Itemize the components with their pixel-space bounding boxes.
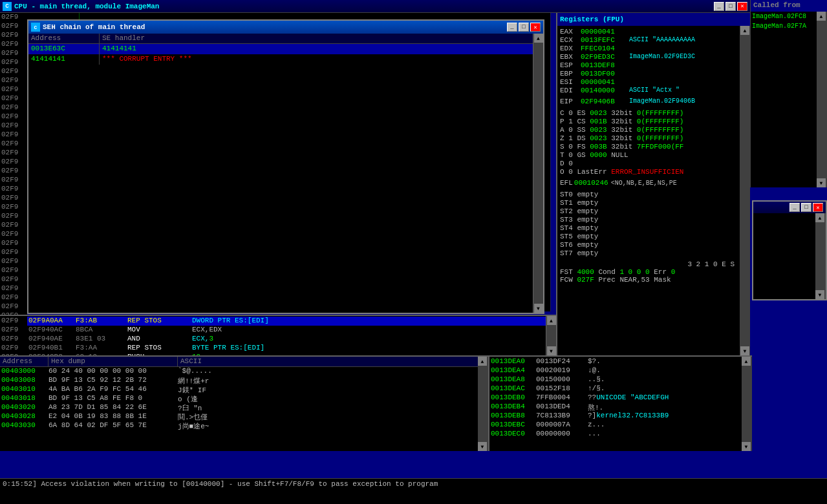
addr-line: 02F9 (0, 149, 27, 158)
reg-scroll-down[interactable]: ▼ (740, 346, 749, 355)
stack-scrollbar[interactable]: ▲ ▼ (742, 357, 752, 451)
registers-scrollbar[interactable]: ▲ ▼ (740, 26, 750, 355)
small-minimize-btn[interactable]: _ (789, 203, 800, 212)
seh-row-1[interactable]: 0013E63C 41414141 (28, 44, 533, 54)
hex-row-5: 00403020 A8 23 7D D1 85 84 22 6E ?臼 "n (0, 403, 488, 412)
disasm-scrollbar[interactable]: ▲ ▼ (546, 316, 556, 355)
registers-panel: Registers (FPU) EAX 00000041 ECX 0013FEF… (556, 13, 750, 355)
reg-scroll-up[interactable]: ▲ (740, 26, 749, 35)
minimize-button[interactable]: _ (714, 2, 724, 11)
disasm-addr-3: 02F940AE (27, 335, 76, 344)
addr-line: 02F9 (0, 131, 27, 140)
addr-line: 02F9 (0, 167, 27, 176)
disassembly-area: 02F9 02F9 02F9 02F9 02F9 02F9A0AA F3:AB … (0, 315, 556, 355)
status-line: 0:15:52] Access violation when writing t… (3, 480, 824, 488)
hex-scroll-up[interactable]: ▲ (478, 357, 487, 366)
addr-line: 02F9 (0, 185, 27, 194)
flag-o: O 0 LastErr ERROR_INSUFFICIEN (560, 168, 747, 176)
hex-row6-hex: E2 04 0B 19 83 88 8B 1E (48, 412, 178, 421)
stack-cmt-9: ... (588, 430, 601, 439)
reg-ebx-comment: ImageMan.02F9ED3C (629, 53, 695, 60)
seh-main: Address SE handler 0013E63C 41414141 414… (28, 34, 533, 313)
addr-line: 02F9 (0, 158, 27, 167)
addr-line: 02F9 (0, 49, 27, 58)
disasm-mnem-3: AND (127, 335, 192, 344)
reg-edi-name: EDI (560, 87, 581, 94)
addr-line: 02F9 (0, 230, 27, 239)
maximize-button[interactable]: □ (725, 2, 736, 11)
seh-close-button[interactable]: ✕ (530, 23, 541, 32)
disasm-line-4: 02F940B1 F3:AA REP STOS BYTE PTR ES:[EDI… (27, 344, 546, 353)
hex-row-1: 00403000 60 24 40 00 00 00 00 00 `$@....… (0, 367, 488, 376)
stack-row-5: 0013DEB0 7FFB0004 ?? UNICODE "ABCDEFGH (491, 394, 751, 403)
stack-val-3: 00150000 (536, 375, 588, 384)
seh-minimize-button[interactable]: _ (507, 23, 517, 32)
cf-scroll-down[interactable]: ▼ (817, 178, 826, 187)
disasm-scroll-down[interactable]: ▼ (547, 346, 556, 355)
fpu-st7: ST7 empty (560, 249, 747, 258)
reg-ebp-name: EBP (560, 70, 581, 78)
addr-line: 02F9 (0, 22, 27, 31)
reg-eip-val: 02F9406B (581, 98, 629, 105)
reg-ebp: EBP 0013DF00 (560, 69, 747, 78)
hex-row-2: 00403008 BD 9F 13 C5 92 12 2B 72 網!!煤+r (0, 376, 488, 385)
addr-line: 02F9 (0, 40, 27, 49)
stack-row-4: 0013DEAC 00152F18 ↑/§. (491, 384, 751, 394)
seh-scroll-down[interactable]: ▼ (534, 304, 543, 313)
stack-cmt-7: ?] (588, 412, 596, 421)
stack-scroll-up[interactable]: ▲ (742, 357, 751, 366)
flag-z: Z 1 DS 0023 32bit 0(FFFFFFFF) (560, 134, 747, 143)
stack-cmt-1: $?. (588, 357, 601, 366)
disasm-bytes-3: 83E1 03 (76, 335, 127, 344)
called-from-scrollbar[interactable]: ▲ ▼ (817, 12, 827, 187)
stack-row-3: 0013DEA8 00150000 ..§. (491, 375, 751, 384)
seh-scrollbar[interactable]: ▲ ▼ (533, 34, 543, 313)
stack-row-2: 0013DEA4 00020019 ↓@. (491, 366, 751, 375)
stack-addr-9: 0013DEC0 (491, 430, 536, 439)
seh-row2-handler: *** CORRUPT ENTRY *** (100, 54, 533, 65)
disasm-scroll-up[interactable]: ▲ (547, 316, 556, 325)
small-maximize-btn[interactable]: □ (801, 203, 811, 212)
stack-addr-8: 0013DEBC (491, 421, 536, 430)
reg-eip-comment: ImageMan.02F9406B (629, 98, 695, 105)
stack-row-8: 0013DEBC 0000007A z... (491, 421, 751, 430)
fcw-line: FCW 027F Prec NEAR,53 Mask (560, 276, 747, 284)
sd-scroll-up[interactable]: ▲ (815, 213, 824, 222)
stack-val-7: 7C8133B9 (536, 412, 588, 421)
stack-row-1: 0013DEA0 0013DF24 $?. (491, 357, 751, 366)
addr-line: 02F9 (0, 212, 27, 221)
sd-scroll-down[interactable]: ▼ (815, 290, 824, 299)
addr-line: 02F9 (0, 176, 27, 185)
close-button[interactable]: ✕ (737, 2, 747, 11)
seh-content: Address SE handler 0013E63C 41414141 414… (28, 34, 543, 313)
seh-row-2[interactable]: 41414141 *** CORRUPT ENTRY *** (28, 54, 533, 65)
stack-addr-6: 0013DEB4 (491, 403, 536, 412)
flags-section: C 0 ES 0023 32bit 0(FFFFFFFF) P 1 CS 001… (560, 109, 747, 176)
small-dialog-scrollbar[interactable]: ▲ ▼ (815, 213, 826, 299)
stack-val-8: 0000007A (536, 421, 588, 430)
hex-row2-ascii: 網!!煤+r (178, 376, 209, 385)
disasm-ops-3: ECX,3 (192, 335, 213, 344)
disasm-addr-1: 02F9A0AA (27, 317, 76, 326)
small-close-btn[interactable]: ✕ (813, 203, 823, 212)
reg-eax-val: 00000041 (581, 28, 615, 36)
reg-ebx-name: EBX (560, 53, 581, 61)
disasm-bytes-2: 8BCA (76, 326, 127, 335)
hex-scrollbar[interactable]: ▲ ▼ (478, 357, 488, 451)
hex-scroll-down[interactable]: ▼ (478, 442, 487, 451)
seh-column-headers: Address SE handler (28, 34, 533, 44)
fpu-bits: 3 2 1 0 E S (560, 260, 735, 268)
seh-maximize-button[interactable]: □ (519, 23, 529, 32)
seh-scroll-up[interactable]: ▲ (534, 34, 543, 43)
small-dialog[interactable]: _ □ ✕ ▲ ▼ (752, 200, 827, 300)
hex-col-address: Address (0, 357, 48, 366)
addr-line: 02F9 (0, 85, 27, 94)
stack-scroll-down[interactable]: ▼ (742, 442, 751, 451)
hex-row1-hex: 60 24 40 00 00 00 00 00 (48, 367, 178, 376)
stack-val-1: 0013DF24 (536, 357, 588, 366)
small-dialog-title-bar: _ □ ✕ (753, 202, 826, 213)
seh-dialog[interactable]: C SEH chain of main thread _ □ ✕ Address… (27, 19, 544, 314)
cf-scroll-up[interactable]: ▲ (817, 12, 826, 21)
called-from-line-1: ImageMan.02FC8 (751, 12, 827, 21)
addr-line: 02F9 (0, 284, 27, 293)
